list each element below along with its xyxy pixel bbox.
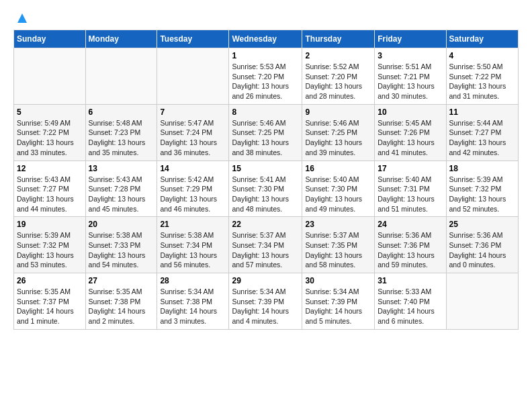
calendar-day-cell: 13Sunrise: 5:43 AMSunset: 7:28 PMDayligh… [85,161,157,217]
day-info-text: Sunrise: 5:38 AMSunset: 7:33 PMDaylight:… [89,230,154,270]
day-info-text: Sunrise: 5:46 AMSunset: 7:25 PMDaylight:… [305,118,371,158]
day-info-text: Sunrise: 5:49 AMSunset: 7:22 PMDaylight:… [17,118,83,158]
page-header [13,13,519,23]
calendar-day-cell: 5Sunrise: 5:49 AMSunset: 7:22 PMDaylight… [14,104,86,161]
calendar-week-row: 12Sunrise: 5:43 AMSunset: 7:27 PMDayligh… [14,161,519,217]
day-number: 26 [17,276,83,285]
day-of-week-header: Tuesday [157,30,229,48]
calendar-week-row: 1Sunrise: 5:53 AMSunset: 7:20 PMDaylight… [14,48,519,105]
calendar-day-cell: 19Sunrise: 5:39 AMSunset: 7:32 PMDayligh… [14,217,86,273]
calendar-header-row: SundayMondayTuesdayWednesdayThursdayFrid… [14,30,519,48]
logo-flag-icon [15,11,30,26]
day-info-text: Sunrise: 5:34 AMSunset: 7:39 PMDaylight:… [232,287,299,326]
day-of-week-header: Thursday [302,30,375,48]
day-number: 4 [449,51,515,60]
calendar-day-cell: 26Sunrise: 5:35 AMSunset: 7:37 PMDayligh… [14,273,86,330]
day-info-text: Sunrise: 5:42 AMSunset: 7:29 PMDaylight:… [160,175,226,214]
calendar-day-cell: 23Sunrise: 5:37 AMSunset: 7:35 PMDayligh… [302,217,375,273]
day-number: 3 [378,51,443,60]
calendar-day-cell: 2Sunrise: 5:52 AMSunset: 7:20 PMDaylight… [302,48,375,105]
day-info-text: Sunrise: 5:34 AMSunset: 7:39 PMDaylight:… [305,287,371,326]
day-info-text: Sunrise: 5:43 AMSunset: 7:27 PMDaylight:… [17,175,83,214]
day-info-text: Sunrise: 5:50 AMSunset: 7:22 PMDaylight:… [449,62,515,101]
day-info-text: Sunrise: 5:40 AMSunset: 7:31 PMDaylight:… [378,175,443,214]
day-number: 30 [305,276,371,285]
day-info-text: Sunrise: 5:33 AMSunset: 7:40 PMDaylight:… [378,287,443,326]
calendar-day-cell: 28Sunrise: 5:34 AMSunset: 7:38 PMDayligh… [157,273,229,330]
day-number: 8 [232,107,299,117]
calendar-day-cell: 16Sunrise: 5:40 AMSunset: 7:30 PMDayligh… [302,161,375,217]
day-number: 24 [378,220,443,229]
day-number: 10 [378,107,443,117]
day-number: 27 [89,276,154,285]
day-number: 28 [160,276,226,285]
calendar-day-cell [85,48,157,105]
day-info-text: Sunrise: 5:41 AMSunset: 7:30 PMDaylight:… [232,175,299,214]
day-number: 17 [378,164,443,173]
day-info-text: Sunrise: 5:39 AMSunset: 7:32 PMDaylight:… [17,230,83,270]
calendar-day-cell: 1Sunrise: 5:53 AMSunset: 7:20 PMDaylight… [229,48,302,105]
day-number: 20 [89,220,154,229]
day-number: 11 [449,107,515,117]
calendar-day-cell: 11Sunrise: 5:44 AMSunset: 7:27 PMDayligh… [446,104,518,161]
calendar-day-cell: 18Sunrise: 5:39 AMSunset: 7:32 PMDayligh… [446,161,518,217]
day-number: 22 [232,220,299,229]
day-number: 13 [89,164,154,173]
calendar-day-cell: 4Sunrise: 5:50 AMSunset: 7:22 PMDaylight… [446,48,518,105]
calendar-day-cell: 6Sunrise: 5:48 AMSunset: 7:23 PMDaylight… [85,104,157,161]
calendar-day-cell: 25Sunrise: 5:36 AMSunset: 7:36 PMDayligh… [446,217,518,273]
calendar-day-cell [446,273,518,330]
day-info-text: Sunrise: 5:40 AMSunset: 7:30 PMDaylight:… [305,175,371,214]
calendar-day-cell: 17Sunrise: 5:40 AMSunset: 7:31 PMDayligh… [375,161,446,217]
day-number: 14 [160,164,226,173]
day-info-text: Sunrise: 5:39 AMSunset: 7:32 PMDaylight:… [449,175,515,214]
day-info-text: Sunrise: 5:51 AMSunset: 7:21 PMDaylight:… [378,62,443,101]
day-number: 16 [305,164,371,173]
calendar-day-cell: 22Sunrise: 5:37 AMSunset: 7:34 PMDayligh… [229,217,302,273]
logo [13,13,30,23]
day-of-week-header: Sunday [14,30,86,48]
calendar-day-cell [14,48,86,105]
day-of-week-header: Friday [375,30,446,48]
day-info-text: Sunrise: 5:48 AMSunset: 7:23 PMDaylight:… [89,118,154,158]
logo-block [13,13,30,23]
day-number: 5 [17,107,83,117]
day-info-text: Sunrise: 5:47 AMSunset: 7:24 PMDaylight:… [160,118,226,158]
day-number: 29 [232,276,299,285]
day-number: 12 [17,164,83,173]
day-info-text: Sunrise: 5:36 AMSunset: 7:36 PMDaylight:… [449,230,515,270]
calendar-day-cell: 9Sunrise: 5:46 AMSunset: 7:25 PMDaylight… [302,104,375,161]
calendar-week-row: 19Sunrise: 5:39 AMSunset: 7:32 PMDayligh… [14,217,519,273]
day-number: 9 [305,107,371,117]
svg-marker-0 [17,13,27,23]
calendar-day-cell: 3Sunrise: 5:51 AMSunset: 7:21 PMDaylight… [375,48,446,105]
day-info-text: Sunrise: 5:37 AMSunset: 7:35 PMDaylight:… [305,230,371,270]
calendar-week-row: 26Sunrise: 5:35 AMSunset: 7:37 PMDayligh… [14,273,519,330]
calendar-day-cell: 29Sunrise: 5:34 AMSunset: 7:39 PMDayligh… [229,273,302,330]
day-number: 23 [305,220,371,229]
day-info-text: Sunrise: 5:35 AMSunset: 7:37 PMDaylight:… [17,287,83,326]
calendar-day-cell: 20Sunrise: 5:38 AMSunset: 7:33 PMDayligh… [85,217,157,273]
day-of-week-header: Wednesday [229,30,302,48]
day-info-text: Sunrise: 5:34 AMSunset: 7:38 PMDaylight:… [160,287,226,326]
calendar-day-cell [157,48,229,105]
calendar-day-cell: 10Sunrise: 5:45 AMSunset: 7:26 PMDayligh… [375,104,446,161]
day-number: 19 [17,220,83,229]
calendar-table: SundayMondayTuesdayWednesdayThursdayFrid… [13,30,519,330]
day-number: 21 [160,220,226,229]
day-number: 18 [449,164,515,173]
day-info-text: Sunrise: 5:37 AMSunset: 7:34 PMDaylight:… [232,230,299,270]
calendar-day-cell: 12Sunrise: 5:43 AMSunset: 7:27 PMDayligh… [14,161,86,217]
day-info-text: Sunrise: 5:45 AMSunset: 7:26 PMDaylight:… [378,118,443,158]
day-info-text: Sunrise: 5:46 AMSunset: 7:25 PMDaylight:… [232,118,299,158]
day-number: 1 [232,51,299,60]
calendar-day-cell: 14Sunrise: 5:42 AMSunset: 7:29 PMDayligh… [157,161,229,217]
day-info-text: Sunrise: 5:52 AMSunset: 7:20 PMDaylight:… [305,62,371,101]
calendar-day-cell: 15Sunrise: 5:41 AMSunset: 7:30 PMDayligh… [229,161,302,217]
calendar-day-cell: 24Sunrise: 5:36 AMSunset: 7:36 PMDayligh… [375,217,446,273]
calendar-week-row: 5Sunrise: 5:49 AMSunset: 7:22 PMDaylight… [14,104,519,161]
day-number: 7 [160,107,226,117]
day-of-week-header: Monday [85,30,157,48]
day-info-text: Sunrise: 5:53 AMSunset: 7:20 PMDaylight:… [232,62,299,101]
day-info-text: Sunrise: 5:35 AMSunset: 7:38 PMDaylight:… [89,287,154,326]
